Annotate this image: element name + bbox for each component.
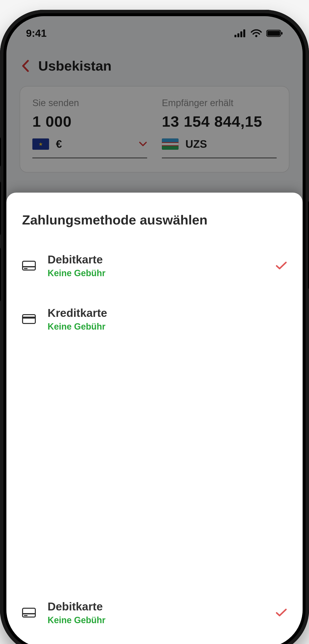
eu-flag-icon	[32, 138, 49, 150]
check-icon	[276, 261, 287, 270]
wifi-icon	[251, 29, 262, 38]
status-bar: 9:41	[6, 16, 303, 48]
nav-header: Usbekistan	[6, 48, 303, 86]
svg-rect-10	[24, 268, 28, 269]
svg-rect-7	[281, 32, 282, 34]
card-icon	[22, 608, 36, 618]
payment-option-fee: Keine Gebühr	[48, 322, 287, 332]
card-icon	[22, 314, 36, 324]
back-icon[interactable]	[21, 59, 30, 72]
receive-amount: 13 154 844,15	[162, 113, 277, 130]
send-currency-symbol: €	[56, 138, 62, 150]
svg-rect-11	[23, 315, 35, 324]
payment-option-credit[interactable]: Kreditkarte Keine Gebühr	[22, 298, 287, 340]
power-button	[308, 201, 309, 289]
send-column: Sie senden 1 000 €	[32, 98, 147, 158]
svg-rect-1	[237, 33, 239, 37]
send-underline	[32, 158, 147, 158]
send-label: Sie senden	[32, 98, 147, 108]
amount-card: Sie senden 1 000 € Empfänger erhält 13 1…	[20, 86, 289, 172]
payment-option-name: Debitkarte	[48, 600, 264, 613]
payment-option-name: Kreditkarte	[48, 306, 287, 320]
payment-option-debit[interactable]: Debitkarte Keine Gebühr	[22, 244, 287, 287]
volume-up-button	[0, 181, 1, 235]
svg-rect-14	[23, 613, 35, 614]
screen: 9:41 Usbekistan	[6, 16, 303, 644]
card-icon	[22, 261, 36, 270]
payment-method-sheet: Zahlungsmethode auswählen Debitkarte Kei…	[6, 192, 303, 644]
receive-currency: UZS	[162, 138, 277, 150]
volume-down-button	[0, 248, 1, 302]
svg-rect-2	[240, 31, 242, 37]
payment-option-name: Debitkarte	[48, 253, 264, 266]
receive-currency-code: UZS	[185, 138, 207, 150]
payment-option-debit[interactable]: Debitkarte Keine Gebühr	[22, 592, 287, 634]
receive-underline	[162, 158, 277, 158]
sheet-spacer	[22, 352, 287, 592]
page-title: Usbekistan	[38, 58, 112, 74]
svg-rect-0	[234, 35, 236, 37]
svg-rect-3	[243, 30, 245, 37]
receive-column: Empfänger erhält 13 154 844,15 UZS	[162, 98, 277, 158]
payment-option-fee: Keine Gebühr	[48, 615, 264, 626]
side-button	[0, 137, 1, 167]
status-time: 9:41	[26, 28, 47, 39]
sheet-title: Zahlungsmethode auswählen	[22, 212, 287, 228]
receive-label: Empfänger erhält	[162, 98, 277, 108]
payment-option-fee: Keine Gebühr	[48, 268, 264, 278]
battery-icon	[266, 30, 283, 37]
phone-frame: 9:41 Usbekistan	[0, 10, 309, 644]
svg-rect-6	[267, 31, 280, 36]
uz-flag-icon	[162, 138, 179, 150]
svg-rect-15	[24, 615, 28, 616]
svg-point-4	[255, 35, 257, 37]
send-amount[interactable]: 1 000	[32, 113, 147, 130]
status-right	[234, 29, 283, 38]
send-currency-selector[interactable]: €	[32, 138, 147, 150]
chevron-down-icon	[139, 142, 147, 147]
svg-rect-12	[23, 316, 35, 318]
check-icon	[276, 608, 287, 617]
cellular-icon	[234, 30, 246, 37]
svg-rect-9	[23, 266, 35, 267]
